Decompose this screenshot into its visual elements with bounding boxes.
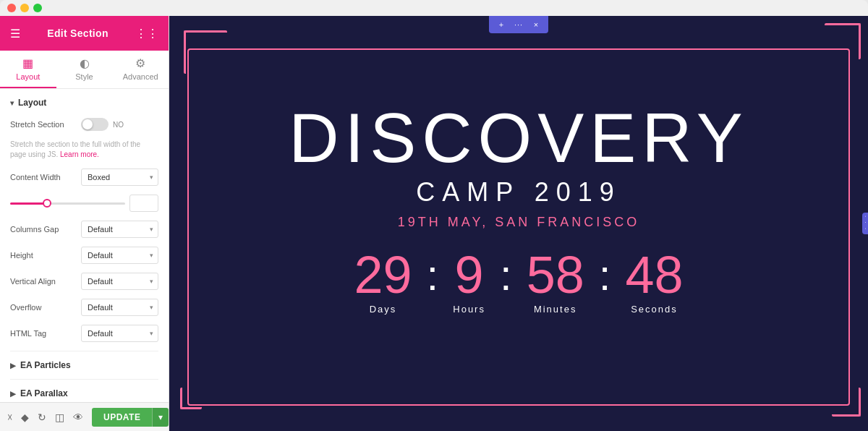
canvas-topbar: + ··· × — [489, 16, 548, 33]
resize-handle[interactable]: · · · — [862, 213, 868, 234]
responsive-icon[interactable]: ◫ — [55, 411, 64, 423]
height-label: Height — [10, 251, 75, 260]
seconds-label: Seconds — [631, 304, 678, 315]
height-select[interactable]: Default Fit To Screen Min Height — [81, 247, 158, 264]
html-tag-select-wrapper: Default header footer main section ▾ — [81, 325, 158, 342]
layout-heading-label: Layout — [18, 98, 46, 108]
tabs-bar: ▦ Layout ◐ Style ⚙ Advanced — [0, 51, 169, 89]
vertical-align-control: Default Top Middle Bottom ▾ — [81, 273, 158, 290]
vertical-align-select[interactable]: Default Top Middle Bottom — [81, 273, 158, 290]
minimize-button[interactable] — [20, 4, 29, 12]
columns-gap-label: Columns Gap — [10, 225, 75, 234]
dots-icon: ··· — [514, 20, 523, 29]
countdown-row: 29 Days : 9 Hours : 58 Minutes : 48 Seco… — [354, 249, 684, 315]
overflow-row: Overflow Default Hidden ▾ — [10, 299, 158, 316]
panel-content: ▾ Layout Stretch Section NO Stretch the … — [0, 89, 169, 402]
tab-style[interactable]: ◐ Style — [56, 51, 113, 88]
html-tag-select[interactable]: Default header footer main section — [81, 325, 158, 342]
history-icon[interactable]: ↻ — [38, 411, 46, 423]
columns-gap-select-wrapper: Default No Gap Narrow Extended Wide ▾ — [81, 221, 158, 238]
discovery-title: DISCOVERY — [289, 103, 749, 173]
layout-tab-icon: ▦ — [22, 56, 33, 70]
stretch-section-row: Stretch Section NO — [10, 118, 158, 131]
canvas-content: DISCOVERY CAMP 2019 19TH MAY, SAN FRANCI… — [169, 16, 868, 402]
slider-thumb — [43, 199, 51, 208]
update-button[interactable]: UPDATE — [92, 408, 152, 427]
update-arrow-button[interactable]: ▾ — [152, 408, 169, 427]
days-label: Days — [370, 304, 397, 315]
vertical-align-select-wrapper: Default Top Middle Bottom ▾ — [81, 273, 158, 290]
canvas-area: + ··· × DISCOVERY CAMP 2019 19TH MAY, SA… — [169, 16, 868, 431]
html-tag-control: Default header footer main section ▾ — [81, 325, 158, 342]
ea-parallax-header[interactable]: ▶ EA Parallax — [10, 388, 158, 398]
panel-title: Edit Section — [47, 27, 109, 39]
learn-more-link[interactable]: Learn more. — [60, 150, 99, 158]
width-slider-row — [10, 195, 158, 212]
countdown-minutes: 58 Minutes — [527, 249, 584, 315]
columns-gap-control: Default No Gap Narrow Extended Wide ▾ — [81, 221, 158, 238]
columns-gap-row: Columns Gap Default No Gap Narrow Extend… — [10, 221, 158, 238]
eye-icon[interactable]: 👁 — [73, 411, 83, 423]
ea-particles-section: ▶ EA Particles — [10, 351, 158, 379]
style-tab-icon: ◐ — [80, 56, 90, 70]
camp-subtitle: CAMP 2019 — [416, 177, 621, 208]
ea-parallax-label: EA Parallax — [20, 388, 68, 398]
overflow-select-wrapper: Default Hidden ▾ — [81, 299, 158, 316]
toggle-off-label: NO — [113, 121, 124, 129]
ea-particles-label: EA Particles — [20, 360, 71, 370]
tab-style-label: Style — [75, 72, 93, 81]
ea-particles-header[interactable]: ▶ EA Particles — [10, 360, 158, 370]
days-number: 29 — [354, 249, 412, 301]
tab-advanced[interactable]: ⚙ Advanced — [112, 51, 169, 88]
templates-icon[interactable]: ◆ — [21, 411, 29, 423]
grid-icon[interactable]: ⋮⋮ — [135, 27, 158, 40]
height-select-wrapper: Default Fit To Screen Min Height ▾ — [81, 247, 158, 264]
event-date: 19TH MAY, SAN FRANCISCO — [398, 215, 639, 230]
panel-header: ☰ Edit Section ⋮⋮ — [0, 16, 169, 51]
html-tag-label: HTML Tag — [10, 329, 75, 338]
toggle-knob — [82, 119, 93, 129]
separator-2: : — [500, 254, 512, 297]
hours-number: 9 — [455, 249, 484, 301]
canvas-dots-button[interactable]: ··· — [512, 18, 525, 31]
hours-label: Hours — [453, 304, 485, 315]
content-width-label: Content Width — [10, 173, 75, 182]
canvas-close-button[interactable]: × — [529, 18, 542, 31]
maximize-button[interactable] — [33, 4, 42, 12]
overflow-label: Overflow — [10, 303, 75, 312]
content-width-select-wrapper: Boxed Full Width ▾ — [81, 168, 158, 186]
overflow-select[interactable]: Default Hidden — [81, 299, 158, 316]
stretch-toggle[interactable] — [81, 118, 109, 131]
layout-arrow-icon: ▾ — [10, 99, 14, 107]
width-slider-input[interactable] — [129, 195, 158, 212]
ea-parallax-section: ▶ EA Parallax — [10, 379, 158, 402]
layout-section-heading[interactable]: ▾ Layout — [10, 98, 158, 108]
hamburger-icon[interactable]: ☰ — [10, 27, 20, 40]
overflow-control: Default Hidden ▾ — [81, 299, 158, 316]
ea-particles-arrow-icon: ▶ — [10, 362, 16, 370]
content-width-select[interactable]: Boxed Full Width — [81, 168, 158, 186]
stretch-toggle-wrapper: NO — [81, 118, 124, 131]
layers-icon[interactable]: ☓ — [7, 411, 12, 423]
left-panel: ☰ Edit Section ⋮⋮ ▦ Layout ◐ Style ⚙ Adv… — [0, 16, 169, 431]
canvas-add-button[interactable]: + — [495, 18, 508, 31]
countdown-seconds: 48 Seconds — [625, 249, 683, 315]
stretch-label: Stretch Section — [10, 120, 75, 129]
stretch-description: Stretch the section to the full width of… — [10, 140, 158, 160]
minutes-label: Minutes — [534, 304, 577, 315]
tab-advanced-label: Advanced — [123, 72, 158, 81]
tab-layout-label: Layout — [16, 72, 40, 81]
countdown-days: 29 Days — [354, 249, 412, 315]
height-row: Height Default Fit To Screen Min Height … — [10, 247, 158, 264]
width-slider[interactable] — [10, 202, 125, 205]
separator-1: : — [427, 254, 439, 297]
app-container: ☰ Edit Section ⋮⋮ ▦ Layout ◐ Style ⚙ Adv… — [0, 16, 868, 431]
columns-gap-select[interactable]: Default No Gap Narrow Extended Wide — [81, 221, 158, 238]
countdown-hours: 9 Hours — [453, 249, 485, 315]
separator-3: : — [599, 254, 611, 297]
ea-parallax-arrow-icon: ▶ — [10, 390, 16, 398]
bottom-toolbar: ☓ ◆ ↻ ◫ 👁 UPDATE ▾ — [0, 402, 169, 431]
close-button[interactable] — [7, 4, 16, 12]
tab-layout[interactable]: ▦ Layout — [0, 51, 56, 88]
update-btn-wrapper: UPDATE ▾ — [92, 408, 169, 427]
